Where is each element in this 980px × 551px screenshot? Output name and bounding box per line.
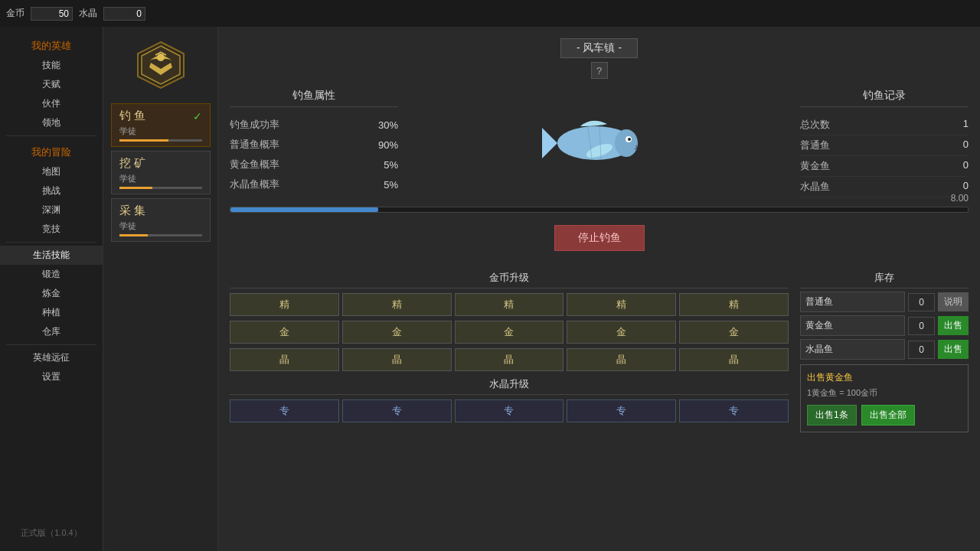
skill-fishing[interactable]: 钓 鱼 ✓ 学徒	[111, 103, 211, 147]
attr-crystal-label: 水晶鱼概率	[230, 178, 279, 191]
record-crystal-value: 0	[963, 180, 969, 194]
upgrade-jin-3[interactable]: 金	[455, 321, 564, 344]
stop-fishing-button[interactable]: 停止钓鱼	[554, 225, 645, 251]
content-bottom: 金币升级 精 精 精 精 精 金 金 金 金 金	[230, 265, 969, 540]
skill-fishing-name: 钓 鱼	[119, 109, 145, 123]
svg-point-2	[157, 54, 165, 61]
coin-upgrade-row2: 金 金 金 金 金	[230, 321, 789, 344]
record-gold-label: 黄金鱼	[800, 159, 830, 173]
skill-mining[interactable]: 挖 矿 学徒	[111, 151, 211, 194]
upgrade-jing-1[interactable]: 精	[230, 293, 339, 316]
sidebar-item-arena[interactable]: 竞技	[0, 220, 103, 239]
upgrade-jing-4[interactable]: 精	[567, 293, 676, 316]
skill-fishing-bar-fill	[119, 139, 169, 142]
sidebar-item-warehouse[interactable]: 仓库	[0, 322, 103, 341]
version-text: 正式版（1.0.4）	[0, 521, 103, 545]
fishing-records-title: 钓鱼记录	[800, 89, 969, 107]
attr-normal-value: 90%	[378, 139, 398, 151]
sidebar-item-alchemy[interactable]: 炼金	[0, 284, 103, 303]
upgrade-jin-1[interactable]: 金	[230, 321, 339, 344]
skill-gathering-level: 学徒	[119, 220, 202, 232]
sell-popup-title: 出售黄金鱼	[807, 371, 962, 384]
progress-bar-fill	[230, 207, 378, 212]
inv-crystal-fish: 水晶鱼 0 出售	[800, 339, 969, 360]
fishing-records: 钓鱼记录 总次数 1 普通鱼 0 黄金鱼 0 水晶鱼	[800, 89, 969, 197]
inv-gold-btn[interactable]: 出售	[938, 316, 969, 335]
upgrade-jing2-2[interactable]: 晶	[342, 348, 452, 371]
inv-normal-btn[interactable]: 说明	[938, 292, 969, 311]
gold-resource: 金币 50	[6, 7, 73, 21]
inventory-section: 库存 普通鱼 0 说明 黄金鱼 0 出售 水晶鱼 0 出售	[800, 265, 969, 540]
record-total-value: 1	[963, 118, 969, 132]
attr-gold-label: 黄金鱼概率	[230, 158, 279, 171]
fish-center	[410, 89, 789, 197]
upgrade-jing-3[interactable]: 精	[455, 293, 564, 316]
sidebar-item-abyss[interactable]: 深渊	[0, 201, 103, 220]
life-section-title[interactable]: 生活技能	[0, 246, 103, 265]
progress-area: 8.00	[230, 207, 969, 213]
inv-crystal-btn[interactable]: 出售	[938, 340, 969, 359]
record-normal-label: 普通鱼	[800, 139, 830, 152]
gold-value: 50	[31, 7, 73, 21]
main-area: 我的英雄 技能 天赋 伙伴 领地 我的冒险 地图 挑战 深渊 竞技 生活技能 锻…	[0, 27, 980, 551]
upgrade-jing2-4[interactable]: 晶	[567, 348, 676, 371]
top-bar: 金币 50 水晶 0	[0, 0, 980, 27]
fishing-attrs-title: 钓鱼属性	[230, 89, 398, 107]
help-button[interactable]: ?	[591, 62, 608, 79]
sell-one-button[interactable]: 出售1条	[807, 405, 857, 425]
sidebar: 我的英雄 技能 天赋 伙伴 领地 我的冒险 地图 挑战 深渊 竞技 生活技能 锻…	[0, 27, 103, 551]
upgrade-section: 金币升级 精 精 精 精 精 金 金 金 金 金	[230, 265, 789, 540]
location-name: - 风车镇 -	[560, 38, 638, 58]
upgrade-zhuan-4[interactable]: 专	[567, 399, 676, 422]
inv-normal-label: 普通鱼	[800, 292, 905, 312]
attr-success-rate: 钓鱼成功率 30%	[230, 115, 398, 135]
upgrade-jin-2[interactable]: 金	[342, 321, 452, 344]
sidebar-item-plant[interactable]: 种植	[0, 303, 103, 322]
sidebar-item-partner[interactable]: 伙伴	[0, 94, 103, 113]
upgrade-zhuan-5[interactable]: 专	[679, 399, 789, 422]
attr-crystal-value: 5%	[384, 179, 398, 191]
inv-normal-value: 0	[908, 293, 935, 311]
sell-all-button[interactable]: 出售全部	[861, 405, 915, 425]
upgrade-zhuan-2[interactable]: 专	[342, 399, 452, 422]
content-top: 钓鱼属性 钓鱼成功率 30% 普通鱼概率 90% 黄金鱼概率 5% 水晶鱼概率	[230, 89, 969, 197]
record-crystal: 水晶鱼 0	[800, 177, 969, 197]
skill-gathering-bar-fill	[119, 234, 149, 236]
progress-label: 8.00	[951, 193, 969, 204]
upgrade-jin-5[interactable]: 金	[679, 321, 789, 344]
adventure-section-title: 我的冒险	[0, 139, 103, 162]
record-total-label: 总次数	[800, 118, 830, 132]
sidebar-item-map[interactable]: 地图	[0, 162, 103, 181]
sidebar-item-skills[interactable]: 技能	[0, 56, 103, 75]
skill-mining-bar	[119, 187, 202, 189]
record-normal-value: 0	[963, 139, 969, 152]
sidebar-item-expedition[interactable]: 英雄远征	[0, 348, 103, 367]
inv-normal-fish: 普通鱼 0 说明	[800, 292, 969, 312]
upgrade-jing2-5[interactable]: 晶	[679, 348, 789, 371]
sidebar-item-territory[interactable]: 领地	[0, 113, 103, 132]
upgrade-jing2-1[interactable]: 晶	[230, 348, 339, 371]
attr-success-label: 钓鱼成功率	[230, 118, 279, 132]
divider3	[6, 344, 96, 345]
sidebar-item-settings[interactable]: 设置	[0, 367, 103, 386]
crystal-upgrade-title: 水晶升级	[230, 377, 789, 395]
upgrade-jing-2[interactable]: 精	[342, 293, 452, 316]
skill-gathering[interactable]: 采 集 学徒	[111, 198, 211, 242]
upgrade-jin-4[interactable]: 金	[567, 321, 676, 344]
sidebar-item-forge[interactable]: 锻造	[0, 265, 103, 284]
inv-crystal-value: 0	[908, 341, 935, 359]
upgrade-jing2-3[interactable]: 晶	[455, 348, 564, 371]
progress-bar-bg	[230, 207, 969, 213]
sidebar-item-talent[interactable]: 天赋	[0, 75, 103, 94]
upgrade-zhuan-1[interactable]: 专	[230, 399, 339, 422]
emblem-icon	[134, 38, 188, 92]
sidebar-item-challenge[interactable]: 挑战	[0, 181, 103, 201]
gold-label: 金币	[6, 7, 28, 20]
upgrade-jing-5[interactable]: 精	[679, 293, 789, 316]
inventory-title: 库存	[800, 271, 969, 289]
sell-popup-btns: 出售1条 出售全部	[807, 405, 962, 425]
inv-gold-label: 黄金鱼	[800, 315, 905, 336]
coin-upgrade-row1: 精 精 精 精 精	[230, 293, 789, 316]
upgrade-zhuan-3[interactable]: 专	[455, 399, 564, 422]
crystal-upgrade-row: 专 专 专 专 专	[230, 399, 789, 422]
